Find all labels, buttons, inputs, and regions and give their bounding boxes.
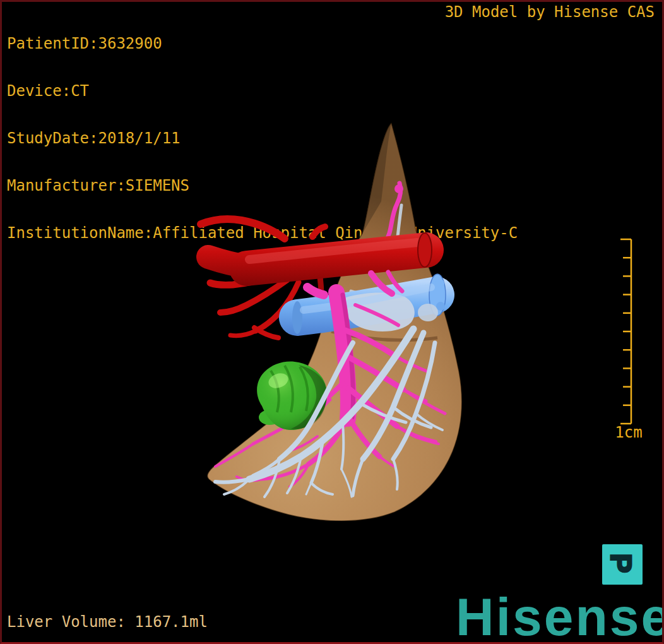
artery-branch-upleft: [201, 219, 285, 239]
cava-grey-patch2: [418, 304, 438, 321]
artery-branch-tip: [230, 331, 256, 336]
hisense-p-icon: P: [602, 544, 643, 585]
aorta-end-cap: [418, 233, 432, 267]
cava-flare-bump2: [436, 302, 445, 311]
scale-bar: [612, 237, 641, 426]
green-lesion: [257, 362, 327, 430]
artery-stub: [312, 227, 325, 237]
scale-bar-svg: [612, 237, 641, 426]
cava-left-cap: [292, 301, 302, 334]
cava-flare-bump: [436, 279, 444, 288]
scale-bar-label: 1cm: [610, 424, 648, 441]
hisense-logo: Hisense: [456, 593, 664, 641]
liver-3d-model-viewport[interactable]: [2, 2, 664, 644]
scale-bar-ticks: [620, 239, 631, 424]
liver-volume-text: Liver Volume: 1167.1ml: [7, 614, 208, 630]
artery-fragment: [254, 328, 278, 338]
portal-vein-knot: [394, 184, 403, 193]
p-icon-letter: P: [607, 554, 636, 573]
